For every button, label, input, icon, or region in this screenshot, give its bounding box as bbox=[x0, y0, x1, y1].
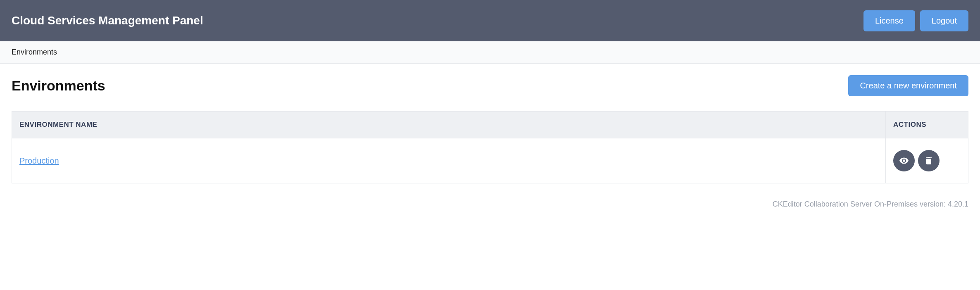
table-row: Production bbox=[12, 138, 968, 183]
eye-icon bbox=[899, 156, 909, 166]
column-header-name: Environment name bbox=[12, 112, 886, 138]
main-content: Environments Create a new environment En… bbox=[0, 64, 980, 195]
delete-button[interactable] bbox=[918, 150, 940, 171]
view-button[interactable] bbox=[893, 150, 915, 171]
row-actions bbox=[893, 150, 961, 171]
top-header: Cloud Services Management Panel License … bbox=[0, 0, 980, 41]
trash-icon bbox=[924, 156, 934, 166]
license-button[interactable]: License bbox=[863, 10, 915, 31]
logout-button[interactable]: Logout bbox=[920, 10, 968, 31]
header-actions: License Logout bbox=[863, 10, 968, 31]
page-title: Environments bbox=[12, 78, 105, 94]
column-header-actions: Actions bbox=[886, 112, 968, 138]
environments-table: Environment name Actions Production bbox=[12, 111, 968, 183]
page-header-row: Environments Create a new environment bbox=[12, 75, 968, 96]
environment-link[interactable]: Production bbox=[19, 156, 59, 165]
breadcrumb-current[interactable]: Environments bbox=[12, 48, 57, 56]
footer-version: CKEditor Collaboration Server On-Premise… bbox=[0, 195, 980, 214]
breadcrumb: Environments bbox=[0, 41, 980, 64]
create-environment-button[interactable]: Create a new environment bbox=[848, 75, 968, 96]
app-title: Cloud Services Management Panel bbox=[12, 14, 203, 27]
